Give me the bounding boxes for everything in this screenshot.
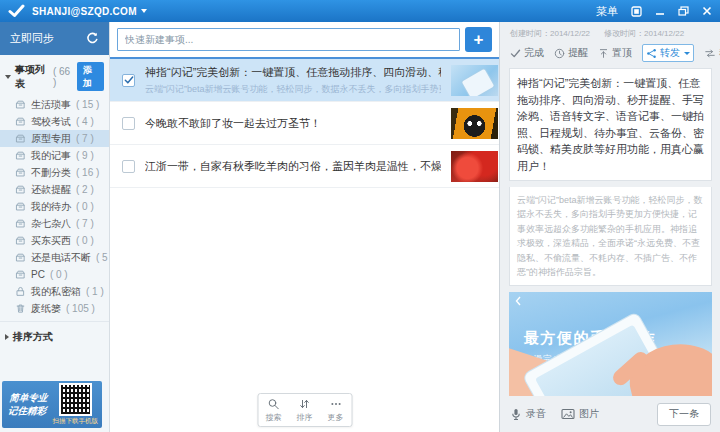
app-logo-check-icon (8, 3, 28, 19)
pin-top-icon (598, 48, 609, 59)
sort-mode-row[interactable]: 排序方式 (0, 321, 109, 352)
sidebar-item-label: 还款提醒 (31, 183, 71, 197)
toolbar-转发-button[interactable]: 转发 (642, 44, 694, 62)
mobile-promo-banner[interactable]: 简单专业 记住精彩 扫描下载手机版 (2, 381, 102, 428)
move-icon (704, 48, 716, 59)
sidebar-item-count: ( 0 ) (76, 201, 94, 212)
note-content-box: 神指“闪记”完美创新：一键置顶、任意拖动排序、四向滑动、秒开提醒、手写涂鸦、语音… (509, 68, 712, 181)
qr-caption: 扫描下载手机版 (53, 417, 99, 426)
toolbar-button-label: 完成 (524, 46, 544, 60)
maximize-button[interactable] (678, 6, 689, 16)
account-dropdown[interactable]: SHANJI@SZQD.COM (32, 6, 147, 17)
sidebar-item-不删分类[interactable]: 不删分类 ( 16 ) (0, 164, 109, 181)
sidebar-item-count: ( 7 ) (76, 133, 94, 144)
toolbar-button-label: 转发 (660, 46, 680, 60)
list-footer-排序-button[interactable]: 排序 (289, 394, 320, 426)
note-body-text: 云端“闪记”beta新增云账号功能，轻松同步，数据永不丢失，多向指划手势更加方便… (517, 193, 704, 279)
menu-button[interactable]: 菜单 (596, 4, 618, 19)
sidebar-item-PC[interactable]: PC ( 0 ) (0, 266, 109, 283)
sidebar-item-我的私密箱[interactable]: 我的私密箱 ( 1 ) (0, 283, 109, 300)
sidebar-item-label: 原型专用 (31, 132, 71, 146)
sidebar-item-驾校考试[interactable]: 驾校考试 ( 4 ) (0, 113, 109, 130)
collapse-triangle-icon (5, 75, 11, 79)
sidebar-item-count: ( 0 ) (76, 235, 94, 246)
next-item-button[interactable]: 下一条 (657, 403, 711, 426)
minimize-button[interactable] (655, 6, 665, 16)
red-flower-thumbnail (451, 151, 498, 182)
note-body-box: 云端“闪记”beta新增云账号功能，轻松同步，数据永不丢失，多向指划手势更加方便… (509, 187, 712, 286)
toolbar-button-label: 置顶 (612, 46, 632, 60)
halloween-cat-thumbnail (451, 108, 498, 139)
record-audio-button[interactable]: 录音 (510, 407, 546, 421)
sidebar-item-count: ( 7 ) (76, 218, 94, 229)
content-area: 立即同步 事项列表 ( 66 ) 添加 生活琐事 ( 15 )驾校考试 ( 4 … (0, 22, 720, 432)
sidebar-item-count: ( 2 ) (76, 184, 94, 195)
todo-row[interactable]: 江浙一带，自家有秋季吃羊肉的习俗，盖因羊肉是温性，不燥也不寒，秋季进补正合适 (110, 145, 499, 188)
sidebar-item-label: 驾校考试 (31, 115, 71, 129)
stack-icon (15, 133, 26, 144)
sidebar-item-杂七杂八[interactable]: 杂七杂八 ( 7 ) (0, 215, 109, 232)
list-footer-搜索-button[interactable]: 搜索 (258, 394, 289, 426)
sync-label: 立即同步 (10, 31, 54, 46)
list-group-header[interactable]: 事项列表 ( 66 ) 添加 (0, 55, 109, 96)
stack-icon (15, 201, 26, 212)
timestamps-row: 创建时间：2014/12/22 修改时间：2014/12/22 (509, 27, 712, 44)
sidebar-item-label: 还是电话不断 (31, 251, 91, 265)
sidebar-item-生活琐事[interactable]: 生活琐事 ( 15 ) (0, 96, 109, 113)
microphone-icon (510, 408, 522, 421)
stack-icon (15, 167, 26, 178)
sidebar-item-原型专用[interactable]: 原型专用 ( 7 ) (0, 130, 109, 147)
stack-icon (15, 116, 26, 127)
chevron-down-icon (684, 52, 690, 55)
qr-code-block: 扫描下载手机版 (53, 383, 99, 426)
sidebar-item-我的记事[interactable]: 我的记事 ( 9 ) (0, 147, 109, 164)
chevron-down-icon (141, 9, 147, 13)
skin-panel-icon[interactable] (631, 6, 642, 17)
sidebar-item-label: 生活琐事 (31, 98, 71, 112)
forward-icon (646, 48, 657, 59)
list-footer-button-label: 搜索 (266, 412, 282, 423)
sync-now-button[interactable]: 立即同步 (0, 22, 109, 55)
stack-icon (15, 99, 26, 110)
detail-panel: 创建时间：2014/12/22 修改时间：2014/12/22 完成提醒置顶转发… (500, 22, 720, 432)
toolbar-完成-button[interactable]: 完成 (510, 46, 544, 60)
attach-image-button[interactable]: 图片 (561, 407, 599, 421)
sidebar-item-label: 我的待办 (31, 200, 71, 214)
sidebar-item-label: 我的私密箱 (31, 285, 81, 299)
todo-checkbox[interactable] (122, 74, 135, 87)
modified-timestamp: 修改时间：2014/12/22 (604, 28, 684, 39)
list-group-count: ( 66 ) (53, 66, 73, 88)
sidebar-item-买东买西[interactable]: 买东买西 ( 0 ) (0, 232, 109, 249)
toolbar-移动-button[interactable]: 移动 (704, 46, 720, 60)
more-icon (329, 398, 342, 410)
list-footer-button-label: 排序 (297, 412, 313, 423)
gesture-promo-image[interactable]: 最方便的手势操作 右滑完成、删除，左滑呼出菜单 (509, 292, 712, 396)
sidebar-item-count: ( 0 ) (50, 269, 68, 280)
add-list-button[interactable]: 添加 (77, 62, 104, 91)
sidebar-item-count: ( 1 ) (86, 286, 104, 297)
close-button[interactable] (702, 6, 712, 16)
sidebar-item-还是电话不断[interactable]: 还是电话不断 ( 5 ) (0, 249, 109, 266)
toolbar-置顶-button[interactable]: 置顶 (598, 46, 632, 60)
todo-row[interactable]: 今晚敢不敢卸了妆一起去过万圣节！ (110, 102, 499, 145)
created-timestamp: 创建时间：2014/12/22 (510, 28, 590, 39)
sidebar-item-还款提醒[interactable]: 还款提醒 ( 2 ) (0, 181, 109, 198)
sidebar-item-废纸篓[interactable]: 废纸篓 ( 105 ) (0, 300, 109, 317)
detail-toolbar: 完成提醒置顶转发移动 (509, 44, 712, 68)
quick-add-input[interactable] (117, 28, 460, 51)
todo-checkbox[interactable] (122, 117, 135, 130)
shanji-app-window: SHANJI@SZQD.COM 菜单 立即同步 (0, 0, 720, 432)
toolbar-提醒-button[interactable]: 提醒 (554, 46, 588, 60)
todo-checkbox[interactable] (122, 160, 135, 173)
list-footer-更多-button[interactable]: 更多 (320, 394, 351, 426)
quick-add-button[interactable]: + (465, 27, 492, 52)
clock-icon (554, 48, 565, 59)
lock-icon (15, 286, 26, 297)
note-title-text: 神指“闪记”完美创新：一键置顶、任意拖动排序、四向滑动、秒开提醒、手写涂鸦、语音… (517, 75, 704, 174)
back-chevron-icon (514, 296, 522, 306)
sidebar-item-label: 不删分类 (31, 166, 71, 180)
sidebar-item-我的待办[interactable]: 我的待办 ( 0 ) (0, 198, 109, 215)
todo-row[interactable]: 神指“闪记”完美创新：一键置顶、任意拖动排序、四向滑动、秒开提醒、手写涂鸦、语音… (110, 59, 499, 102)
sidebar-item-count: ( 15 ) (76, 99, 99, 110)
todo-list: 神指“闪记”完美创新：一键置顶、任意拖动排序、四向滑动、秒开提醒、手写涂鸦、语音… (110, 59, 499, 188)
